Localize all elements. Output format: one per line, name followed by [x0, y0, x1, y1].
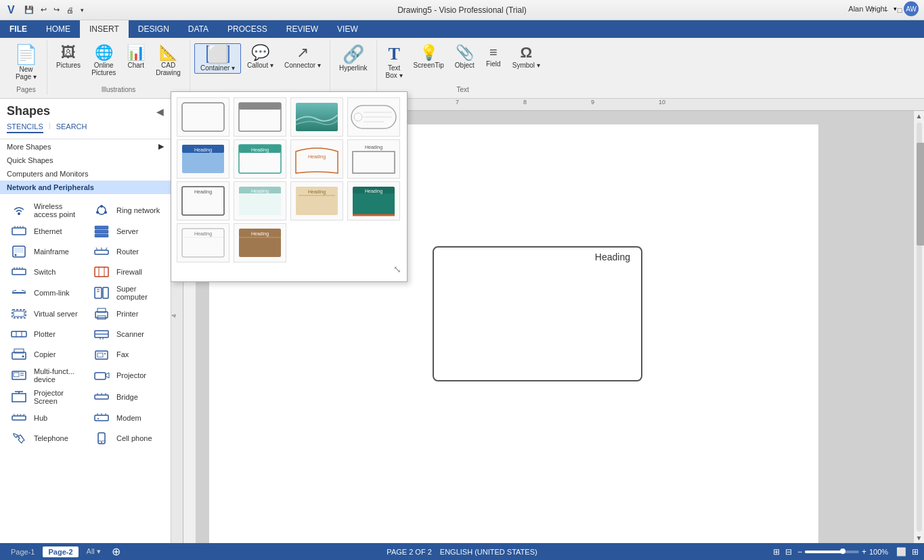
- container-item-plain4[interactable]: Heading: [177, 223, 229, 262]
- page-tab-1[interactable]: Page-1: [5, 546, 40, 557]
- redo-btn[interactable]: ↪: [51, 4, 62, 16]
- fit-width-icon[interactable]: ⊟: [785, 547, 792, 557]
- search-tab[interactable]: SEARCH: [56, 121, 87, 133]
- virtual-server-label: Virtual server: [34, 310, 78, 318]
- tab-data[interactable]: DATA: [179, 20, 218, 38]
- page-tab-2[interactable]: Page-2: [43, 546, 78, 557]
- vscroll-down[interactable]: ▼: [915, 533, 924, 543]
- text-box-label: TextBox ▾: [386, 64, 403, 79]
- tab-home[interactable]: HOME: [37, 20, 80, 38]
- shape-cell-phone[interactable]: Cell phone: [85, 428, 168, 448]
- shape-printer[interactable]: Printer: [85, 304, 168, 324]
- user-dropdown-arrow[interactable]: ▾: [894, 5, 897, 12]
- shape-mainframe[interactable]: Mainframe: [3, 241, 85, 262]
- shape-projector[interactable]: Projector: [85, 365, 168, 386]
- callout-button[interactable]: 💬 Callout ▾: [242, 43, 278, 71]
- shape-ethernet[interactable]: Ethernet: [3, 221, 85, 241]
- container-item-plain[interactable]: [177, 97, 229, 137]
- container-item-plain3[interactable]: Heading: [177, 181, 229, 220]
- vertical-scrollbar[interactable]: ▲ ▼: [913, 111, 924, 543]
- shape-plotter[interactable]: Plotter: [3, 324, 85, 344]
- customize-btn[interactable]: ▾: [79, 5, 86, 15]
- fit-page-icon[interactable]: ⊞: [773, 547, 780, 557]
- page-width-btn[interactable]: ⬜: [896, 547, 906, 557]
- user-name[interactable]: Alan Wright: [848, 5, 887, 13]
- chart-button[interactable]: 📊 Chart: [122, 43, 150, 71]
- container-item-curved-orange[interactable]: Heading: [290, 139, 343, 179]
- svg-rect-47: [95, 226, 108, 229]
- tab-process[interactable]: PROCESS: [218, 20, 277, 38]
- shape-firewall[interactable]: Firewall: [85, 262, 168, 282]
- field-button[interactable]: ≡ Field: [481, 43, 506, 70]
- container-item-pill[interactable]: [347, 97, 400, 137]
- container-item-blue-heading[interactable]: Heading: [177, 139, 229, 179]
- undo-btn[interactable]: ↩: [39, 4, 49, 16]
- canvas-container-shape[interactable]: Heading: [433, 246, 642, 381]
- shape-hub[interactable]: Hub: [3, 408, 85, 428]
- vscroll-thumb[interactable]: [917, 143, 925, 245]
- text-box-button[interactable]: T TextBox ▾: [381, 43, 408, 81]
- shape-telephone[interactable]: Telephone: [3, 428, 85, 448]
- tab-insert[interactable]: INSERT: [80, 20, 129, 38]
- container-item-teal-bottom[interactable]: Heading: [234, 181, 286, 220]
- shape-bridge[interactable]: Bridge: [85, 386, 168, 408]
- shape-scanner[interactable]: Scanner: [85, 324, 168, 344]
- new-page-button[interactable]: 📄 NewPage ▾: [9, 43, 43, 83]
- comm-link-icon: [9, 285, 28, 300]
- add-page-button[interactable]: ⊕: [109, 545, 123, 558]
- page-tab-all[interactable]: All ▾: [81, 546, 106, 557]
- shape-projector-screen[interactable]: Projector Screen: [3, 386, 85, 408]
- online-pictures-button[interactable]: 🌐 OnlinePictures: [87, 43, 120, 78]
- page-break-btn[interactable]: ⊞: [912, 547, 919, 557]
- shape-fax[interactable]: Fax: [85, 344, 168, 365]
- network-peripherals-category[interactable]: Network and Peripherals: [0, 181, 171, 194]
- shape-multi-function-device[interactable]: Multi-funct... device: [3, 365, 85, 386]
- shape-virtual-server[interactable]: Virtual server: [3, 304, 85, 324]
- container-item-brown[interactable]: Heading: [234, 223, 286, 262]
- container-item-title-bar[interactable]: [234, 97, 286, 137]
- container-item-teal-heading2[interactable]: Heading: [347, 181, 400, 220]
- shape-router[interactable]: Router: [85, 241, 168, 262]
- tab-view[interactable]: VIEW: [328, 20, 368, 38]
- tab-design[interactable]: DESIGN: [129, 20, 179, 38]
- cad-drawing-button[interactable]: 📐 CADDrawing: [151, 43, 185, 78]
- zoom-out-btn[interactable]: −: [797, 547, 802, 557]
- stencils-tab[interactable]: STENCILS: [7, 121, 43, 133]
- tab-file[interactable]: FILE: [0, 20, 37, 38]
- svg-point-39: [100, 205, 103, 208]
- shape-comm-link[interactable]: Comm-link: [3, 282, 85, 304]
- shape-modem[interactable]: Modem: [85, 408, 168, 428]
- pages-group-label: Pages: [16, 86, 35, 95]
- svg-rect-94: [95, 373, 106, 379]
- vscroll-track[interactable]: [917, 122, 922, 532]
- computers-monitors-category[interactable]: Computers and Monitors: [0, 167, 171, 181]
- shape-wireless-access-point[interactable]: Wireless access point: [3, 200, 85, 221]
- zoom-in-btn[interactable]: +: [862, 547, 866, 557]
- shape-ring-network[interactable]: Ring network: [85, 200, 168, 221]
- hyperlink-button[interactable]: 🔗 Hyperlink: [334, 43, 372, 74]
- connector-button[interactable]: ↗ Connector ▾: [280, 43, 326, 71]
- shape-supercomputer[interactable]: Super computer: [85, 282, 168, 304]
- symbol-button[interactable]: Ω Symbol ▾: [508, 43, 545, 71]
- save-btn[interactable]: 💾: [22, 4, 36, 16]
- container-item-beige[interactable]: Heading: [290, 181, 343, 220]
- vscroll-up[interactable]: ▲: [915, 111, 924, 121]
- container-item-landscape[interactable]: [290, 97, 343, 137]
- container-button[interactable]: ⬜ Container ▾: [194, 43, 241, 74]
- more-shapes-category[interactable]: More Shapes ▶: [0, 139, 171, 154]
- container-item-plain2[interactable]: Heading: [347, 139, 400, 179]
- screentip-button[interactable]: 💡 ScreenTip: [409, 43, 449, 71]
- shape-server[interactable]: Server: [85, 221, 168, 241]
- shape-copier[interactable]: Copier: [3, 344, 85, 365]
- collapse-button[interactable]: ◀: [156, 106, 164, 117]
- pictures-button[interactable]: 🖼 Pictures: [51, 43, 85, 71]
- mainframe-label: Mainframe: [34, 248, 69, 256]
- svg-rect-16: [353, 151, 395, 173]
- quick-shapes-category[interactable]: Quick Shapes: [0, 154, 171, 167]
- object-button[interactable]: 📎 Object: [450, 43, 479, 71]
- container-item-teal-heading[interactable]: Heading: [234, 139, 286, 179]
- tab-review[interactable]: REVIEW: [277, 20, 328, 38]
- resize-handle[interactable]: ⤡: [393, 264, 401, 275]
- shape-switch[interactable]: Switch: [3, 262, 85, 282]
- print-btn[interactable]: 🖨: [64, 5, 76, 16]
